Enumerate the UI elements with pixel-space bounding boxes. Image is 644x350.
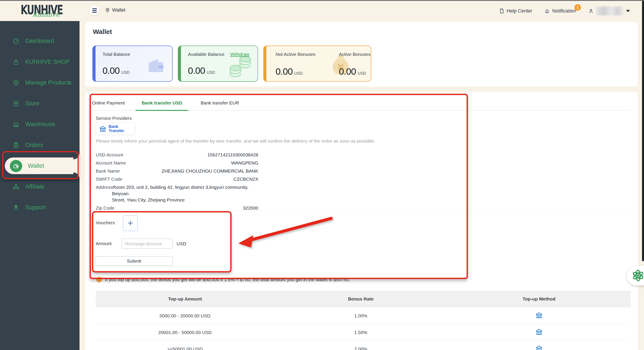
sidebar-toggle-button[interactable] [90, 6, 99, 15]
submit-button[interactable]: Submit [95, 256, 173, 266]
column-header: Top-up Amount [96, 296, 274, 302]
window-top-strip [0, 0, 644, 1]
hamburger-icon [92, 8, 97, 9]
notification-label: Notification [552, 8, 576, 14]
table-row: 20001.00 - 50000.00 USD 1.50% [96, 324, 631, 340]
page-title: Wallet [93, 28, 112, 36]
sidebar-item-label: Orders [25, 142, 43, 148]
sidebar-item-label: Store [25, 100, 40, 107]
breadcrumb-label: Wallet [112, 7, 125, 13]
detail-row: SWIFT CodeCZCBCN2X [96, 175, 258, 183]
card-value: 0.00USD [339, 66, 371, 77]
payment-panel: Online Payment Bank transfer USD Bank tr… [86, 92, 638, 350]
user-icon [588, 8, 594, 14]
sidebar-item-label: Wallet [28, 162, 44, 169]
tab-bank-transfer-eur[interactable]: Bank transfer EUR [195, 96, 245, 110]
sidebar-item-label: Warehouse [25, 121, 55, 128]
header-actions: Help Center Notification 1 [499, 6, 630, 15]
currency-label: USD [294, 71, 303, 76]
recharge-amount-input[interactable] [122, 238, 172, 249]
chevron-right-icon: › [68, 79, 70, 86]
detail-row: Bank NameZHEJIANG CHOUZHOU COMMERCIAL BA… [96, 167, 258, 175]
sidebar-item-label: Affiliate [25, 183, 44, 190]
currency-label: USD [121, 70, 130, 75]
card-value: 0.00USD [102, 66, 172, 76]
card-label: Available BalanceWithdraw [188, 52, 258, 57]
payment-tabs: Online Payment Bank transfer USD Bank tr… [92, 96, 631, 110]
storefront-icon [12, 100, 20, 107]
card-label: Active Bonuses [339, 52, 371, 57]
table-row: >=50001.00 USD 2.00% [96, 340, 631, 350]
tab-bank-transfer-usd[interactable]: Bank transfer USD [136, 96, 188, 111]
bank-transfer-provider-chip[interactable]: BankTransfer [96, 123, 135, 135]
help-center-button[interactable]: Help Center [499, 8, 532, 14]
available-balance-card: Available BalanceWithdraw 0.00USD [178, 46, 258, 82]
app-logo[interactable]: KUNHIVE Kunhive [20, 2, 58, 19]
sitemap-icon [12, 183, 20, 190]
tab-online-payment[interactable]: Online Payment [92, 96, 129, 110]
notification-button[interactable]: Notification 1 [544, 8, 576, 14]
sidebar-item-label: Manage Products [25, 79, 72, 86]
detail-row: USD Account15627142110300038428 [96, 151, 258, 159]
sidebar-item-affiliate[interactable]: Affiliate [0, 176, 80, 197]
bonus-info-text: If you top up $50,000, the bonus you get… [105, 277, 350, 282]
exclamation-icon: ! [96, 277, 102, 282]
sidebar-item-warehouse[interactable]: Warehouse [0, 114, 80, 135]
bank-method-icon[interactable] [535, 345, 543, 350]
card-value: 0.00USD [188, 66, 258, 76]
column-header: Bonus Rate [274, 296, 447, 302]
bonus-info: ! If you top up $50,000, the bonus you g… [96, 277, 350, 282]
bank-method-icon[interactable] [535, 328, 543, 336]
logo-script-overlay: Kunhive [32, 10, 60, 18]
withdraw-link[interactable]: Withdraw [230, 52, 250, 57]
service-providers-label: Service Providers [96, 116, 132, 121]
card-value: 0.00USD [276, 66, 316, 77]
detail-row: Account NameWANGPENG [96, 159, 258, 167]
amount-currency-label: USD [176, 241, 186, 246]
sidebar-item-wallet[interactable]: Wallet [0, 156, 80, 176]
sidebar-item-dashboard[interactable]: Dashboard [0, 31, 80, 52]
bank-details: USD Account15627142110300038428 Account … [96, 151, 258, 212]
sidebar-item-store[interactable]: Store [0, 93, 80, 114]
add-voucher-button[interactable]: + [123, 215, 138, 231]
document-icon [499, 8, 504, 14]
scrollbar-thumb[interactable] [642, 1, 644, 261]
shopping-bag-icon [12, 58, 20, 66]
warehouse-icon [12, 121, 20, 128]
table-row: 5000.00 - 20000.00 USD 1.00% [96, 307, 631, 324]
currency-label: USD [358, 71, 366, 76]
section-divider [92, 211, 631, 211]
bank-method-icon[interactable] [535, 312, 543, 319]
transfer-note: Please timely inform your personal agent… [96, 138, 375, 144]
chevron-down-icon [626, 10, 630, 12]
user-menu[interactable] [588, 6, 630, 15]
total-balance-card: Total Balance 0.00USD [92, 46, 172, 82]
support-flower-icon [12, 204, 20, 211]
cube-icon [12, 79, 20, 86]
provider-name: BankTransfer [109, 124, 124, 133]
username-redacted [596, 6, 623, 15]
plus-icon: + [128, 218, 133, 228]
vouchers-label: Vouchers [96, 220, 115, 226]
sidebar-item-manage-products[interactable]: Manage Products › [0, 72, 80, 93]
not-active-bonuses: Not Active Bonuses 0.00USD [276, 52, 316, 77]
dashboard-gauge-icon [12, 38, 20, 45]
column-header: Top-up Method [447, 296, 631, 302]
card-label: Not Active Bonuses [276, 52, 316, 57]
sidebar-item-kunhive-shop[interactable]: KUNHIVE SHOP [0, 52, 80, 72]
sidebar-item-support[interactable]: Support [0, 197, 80, 218]
help-center-label: Help Center [507, 8, 532, 14]
bonus-table: Top-up Amount Bonus Rate Top-up Method 5… [96, 291, 631, 350]
sidebar-item-orders[interactable]: Orders [0, 135, 80, 156]
bank-icon [99, 125, 106, 132]
wallet-icon [10, 160, 22, 172]
sidebar-nav: Dashboard KUNHIVE SHOP Manage Products ›… [0, 21, 80, 350]
atom-icon [631, 269, 644, 282]
amount-label: Amount [96, 241, 112, 246]
bonuses-card: ¥ Not Active Bonuses 0.00USD Active Bonu… [263, 46, 371, 82]
wallet-summary-panel: Wallet Total Balance 0.00USD Available B… [86, 22, 638, 86]
sidebar-item-label: KUNHIVE SHOP [25, 58, 70, 65]
card-label: Total Balance [102, 52, 172, 57]
clipboard-icon [12, 142, 20, 149]
currency-label: USD [207, 70, 215, 75]
